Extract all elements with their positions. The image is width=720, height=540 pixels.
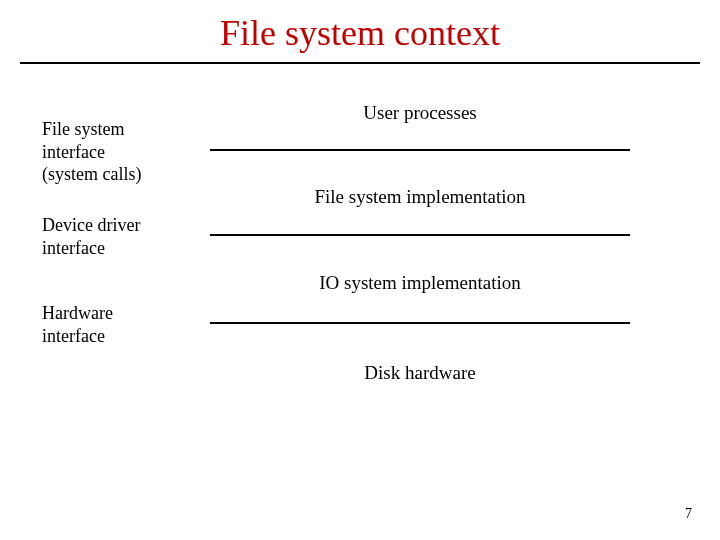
label-hardware: Hardwareinterface bbox=[42, 302, 113, 347]
diagram-area: User processes File systeminterface(syst… bbox=[0, 94, 720, 474]
label-fs-interface: File systeminterface(system calls) bbox=[42, 118, 141, 186]
label-device-driver: Device driverinterface bbox=[42, 214, 140, 259]
divider-device-driver bbox=[210, 234, 630, 236]
divider-fs-interface bbox=[210, 149, 630, 151]
title-underline bbox=[20, 62, 700, 64]
layer-fs-implementation: File system implementation bbox=[210, 186, 630, 208]
layer-disk-hardware: Disk hardware bbox=[210, 362, 630, 384]
page-number: 7 bbox=[685, 506, 692, 522]
slide-title: File system context bbox=[0, 0, 720, 62]
divider-hardware bbox=[210, 322, 630, 324]
layer-user-processes: User processes bbox=[210, 102, 630, 124]
layer-io-implementation: IO system implementation bbox=[210, 272, 630, 294]
